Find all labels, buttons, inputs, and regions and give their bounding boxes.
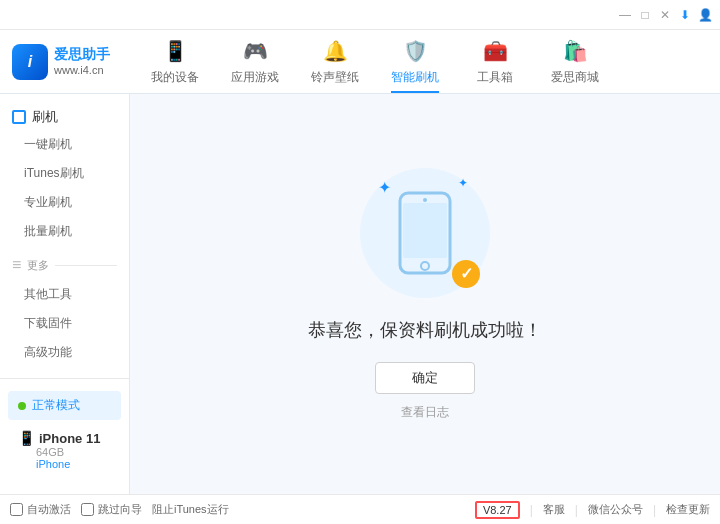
one-click-flash-label: 一键刷机	[24, 137, 72, 151]
more-section-label: 更多	[27, 258, 49, 273]
sidebar-bottom: 正常模式 📱 iPhone 11 64GB iPhone	[0, 378, 129, 484]
auto-activate-input[interactable]	[10, 503, 23, 516]
nav-tab-tools-label: 工具箱	[477, 69, 513, 86]
tools-icon: 🧰	[481, 37, 509, 65]
sidebar-item-other-tools[interactable]: 其他工具	[0, 280, 129, 309]
main: 刷机 一键刷机 iTunes刷机 专业刷机 批量刷机 ≡ 更多 其他工具 下载固…	[0, 94, 720, 494]
view-log-link[interactable]: 查看日志	[401, 404, 449, 421]
jailbreak-guide-label: 跳过向导	[98, 502, 142, 517]
auto-activate-checkbox[interactable]: 自动激活	[10, 502, 71, 517]
device-phone-icon: 📱	[18, 430, 35, 446]
flash-section-icon	[12, 110, 26, 124]
sidebar-item-itunes-flash[interactable]: iTunes刷机	[0, 159, 129, 188]
footer-divider-2: |	[575, 503, 578, 517]
sidebar-item-pro-flash[interactable]: 专业刷机	[0, 188, 129, 217]
stop-itunes-label: 阻止iTunes运行	[152, 503, 229, 515]
logo-icon: i	[12, 44, 48, 80]
svg-rect-1	[403, 203, 447, 258]
success-text: 恭喜您，保资料刷机成功啦！	[308, 318, 542, 342]
device-info: 📱 iPhone 11 64GB iPhone	[8, 424, 121, 476]
device-name: 📱 iPhone 11	[18, 430, 111, 446]
auto-activate-label: 自动激活	[27, 502, 71, 517]
sidebar-item-one-click-flash[interactable]: 一键刷机	[0, 130, 129, 159]
my-device-icon: 📱	[161, 37, 189, 65]
svg-point-2	[423, 198, 427, 202]
mode-dot	[18, 402, 26, 410]
confirm-button-label: 确定	[412, 370, 438, 385]
ringtones-icon: 🔔	[321, 37, 349, 65]
device-name-label: iPhone 11	[39, 431, 100, 446]
logo: i 爱思助手 www.i4.cn	[12, 44, 122, 80]
sidebar-item-batch-flash[interactable]: 批量刷机	[0, 217, 129, 246]
flash-section-label: 刷机	[32, 108, 58, 126]
sidebar-item-advanced[interactable]: 高级功能	[0, 338, 129, 367]
nav-tab-store[interactable]: 🛍️ 爱思商城	[535, 30, 615, 93]
device-mode-badge: 正常模式	[8, 391, 121, 420]
footer-divider-1: |	[530, 503, 533, 517]
logo-text: 爱思助手 www.i4.cn	[54, 45, 110, 77]
sparkle-icon-2: ✦	[458, 176, 468, 190]
nav-tab-apps-games-label: 应用游戏	[231, 69, 279, 86]
footer: 自动激活 跳过向导 阻止iTunes运行 V8.27 | 客服 | 微信公众号 …	[0, 494, 720, 524]
advanced-label: 高级功能	[24, 345, 72, 359]
jailbreak-guide-input[interactable]	[81, 503, 94, 516]
version-badge: V8.27	[475, 501, 520, 519]
wechat-link[interactable]: 微信公众号	[588, 502, 643, 517]
batch-flash-label: 批量刷机	[24, 224, 72, 238]
sparkle-icon-1: ✦	[378, 178, 391, 197]
nav-tab-apps-games[interactable]: 🎮 应用游戏	[215, 30, 295, 93]
window-controls: — □ ✕ ⬇ 👤	[618, 8, 712, 22]
footer-left: 自动激活 跳过向导	[10, 502, 142, 517]
support-link[interactable]: 客服	[543, 502, 565, 517]
stop-itunes: 阻止iTunes运行	[152, 502, 229, 517]
device-model: iPhone	[36, 458, 111, 470]
svg-point-3	[421, 262, 429, 270]
sidebar-item-download-firmware[interactable]: 下载固件	[0, 309, 129, 338]
pro-flash-label: 专业刷机	[24, 195, 72, 209]
download-firmware-label: 下载固件	[24, 316, 72, 330]
nav-tab-ringtones[interactable]: 🔔 铃声壁纸	[295, 30, 375, 93]
title-bar: — □ ✕ ⬇ 👤	[0, 0, 720, 30]
store-icon: 🛍️	[561, 37, 589, 65]
device-storage: 64GB	[36, 446, 111, 458]
jailbreak-guide-checkbox[interactable]: 跳过向导	[81, 502, 142, 517]
confirm-button[interactable]: 确定	[375, 362, 475, 394]
other-tools-label: 其他工具	[24, 287, 72, 301]
check-update-link[interactable]: 检查更新	[666, 502, 710, 517]
close-btn[interactable]: ✕	[658, 8, 672, 22]
footer-right: V8.27 | 客服 | 微信公众号 | 检查更新	[475, 501, 710, 519]
nav-tab-ringtones-label: 铃声壁纸	[311, 69, 359, 86]
content-area: ✓ ✦ ✦ 恭喜您，保资料刷机成功啦！ 确定 查看日志	[130, 94, 720, 494]
sidebar-section-flash: 刷机	[0, 104, 129, 130]
phone-svg	[395, 188, 455, 278]
nav-tab-store-label: 爱思商城	[551, 69, 599, 86]
smart-flash-icon: 🛡️	[401, 37, 429, 65]
brand-website: www.i4.cn	[54, 63, 110, 77]
success-illustration: ✓ ✦ ✦	[360, 168, 490, 298]
itunes-flash-label: iTunes刷机	[24, 166, 84, 180]
apps-games-icon: 🎮	[241, 37, 269, 65]
device-mode-label: 正常模式	[32, 397, 80, 414]
nav-tab-my-device-label: 我的设备	[151, 69, 199, 86]
nav-tab-tools[interactable]: 🧰 工具箱	[455, 30, 535, 93]
sidebar: 刷机 一键刷机 iTunes刷机 专业刷机 批量刷机 ≡ 更多 其他工具 下载固…	[0, 94, 130, 494]
header: i 爱思助手 www.i4.cn 📱 我的设备 🎮 应用游戏 🔔 铃声壁纸 🛡️…	[0, 30, 720, 94]
nav-tab-smart-flash[interactable]: 🛡️ 智能刷机	[375, 30, 455, 93]
brand-name: 爱思助手	[54, 45, 110, 63]
minimize-btn[interactable]: —	[618, 8, 632, 22]
check-badge: ✓	[452, 260, 480, 288]
divider-line	[55, 265, 117, 266]
nav-tab-smart-flash-label: 智能刷机	[391, 69, 439, 86]
nav-tab-my-device[interactable]: 📱 我的设备	[135, 30, 215, 93]
footer-divider-3: |	[653, 503, 656, 517]
nav-tabs: 📱 我的设备 🎮 应用游戏 🔔 铃声壁纸 🛡️ 智能刷机 🧰 工具箱 🛍️ 爱思…	[122, 30, 628, 93]
download-btn[interactable]: ⬇	[678, 8, 692, 22]
sidebar-more-divider: ≡ 更多	[0, 250, 129, 280]
maximize-btn[interactable]: □	[638, 8, 652, 22]
user-btn[interactable]: 👤	[698, 8, 712, 22]
